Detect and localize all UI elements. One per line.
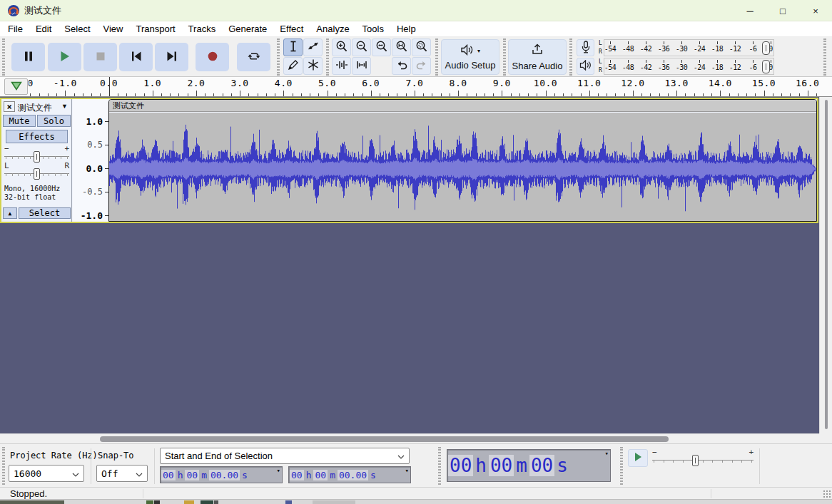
toolbar-grip[interactable] <box>503 38 506 76</box>
time-digits[interactable]: 00 <box>290 470 304 480</box>
time-unit[interactable]: h <box>176 470 185 480</box>
effects-button[interactable]: Effects <box>6 130 68 143</box>
selection-start-field[interactable]: 00h00m00.00s▾ <box>160 466 283 483</box>
menu-item-generate[interactable]: Generate <box>222 22 273 36</box>
track-collapse-button[interactable]: ▲ <box>3 207 17 219</box>
silence-selection-button[interactable] <box>352 57 371 75</box>
time-digits[interactable]: 00 <box>489 455 514 476</box>
playback-speed-slider[interactable]: −+ <box>652 450 754 467</box>
gain-slider[interactable]: −+ <box>4 146 69 162</box>
record-meter[interactable]: LR-54-48-42-36-30-24-18-12-60 <box>571 38 828 57</box>
toolbar-grip[interactable] <box>2 447 5 485</box>
time-digits[interactable]: 00 <box>185 470 199 480</box>
record-button[interactable] <box>196 43 229 71</box>
time-digits[interactable]: 00 <box>313 470 328 480</box>
menu-item-transport[interactable]: Transport <box>129 22 181 36</box>
toolbar-grip[interactable] <box>435 38 438 76</box>
time-unit[interactable]: s <box>369 470 377 480</box>
audio-clip[interactable]: 测试文件 <box>108 99 817 222</box>
envelope-tool-button[interactable] <box>303 38 323 56</box>
meter-scale[interactable]: -54-48-42-36-30-24-18-12-60 <box>604 58 774 75</box>
time-field-menu-arrow[interactable]: ▾ <box>605 450 610 457</box>
time-digits[interactable]: 00 <box>529 455 554 476</box>
horizontal-scrollbar[interactable] <box>0 433 819 443</box>
zoom-in-button[interactable] <box>332 38 351 56</box>
horizontal-scrollbar-thumb[interactable] <box>100 436 669 442</box>
time-unit[interactable]: h <box>474 455 488 476</box>
draw-tool-button[interactable] <box>283 57 303 75</box>
solo-button[interactable]: Solo <box>37 115 71 127</box>
menu-item-analyze[interactable]: Analyze <box>310 22 355 36</box>
play-button[interactable] <box>48 43 81 71</box>
timeline-ruler[interactable]: -2.0-1.00.01.02.03.04.05.06.07.08.09.010… <box>29 77 819 96</box>
time-digits[interactable]: 00.00 <box>338 470 368 480</box>
toolbar-grip[interactable] <box>438 447 441 485</box>
meter-handle[interactable] <box>762 60 770 73</box>
playback-meter-button[interactable] <box>577 58 594 75</box>
track-close-button[interactable]: × <box>4 101 15 112</box>
menu-item-view[interactable]: View <box>97 22 130 36</box>
minimize-button[interactable]: ─ <box>734 0 766 21</box>
vertical-scrollbar-thumb[interactable] <box>825 100 828 429</box>
stop-button[interactable] <box>83 43 117 71</box>
trim-outside-selection-button[interactable] <box>332 57 351 75</box>
meter-handle[interactable] <box>762 41 770 55</box>
zoom-toggle-button[interactable] <box>412 38 431 56</box>
undo-button[interactable] <box>392 57 411 75</box>
menu-item-tools[interactable]: Tools <box>356 22 390 36</box>
menu-item-help[interactable]: Help <box>390 22 422 36</box>
time-unit[interactable]: m <box>200 470 208 480</box>
zoom-out-button[interactable] <box>352 38 371 56</box>
menu-item-tracks[interactable]: Tracks <box>182 22 223 36</box>
time-digits[interactable]: 00 <box>161 470 176 480</box>
slider-thumb[interactable] <box>34 151 40 163</box>
playback-meter[interactable]: LR-54-48-42-36-30-24-18-12-60 <box>571 57 828 76</box>
vertical-scrollbar[interactable] <box>819 97 832 433</box>
redo-button[interactable] <box>412 57 431 75</box>
timeline-pin-button[interactable] <box>4 78 28 95</box>
menu-item-edit[interactable]: Edit <box>29 22 58 36</box>
skip-to-end-button[interactable] <box>155 43 188 71</box>
waveform-display[interactable] <box>109 113 816 221</box>
maximize-button[interactable]: □ <box>766 0 799 21</box>
time-field-menu-arrow[interactable]: ▾ <box>405 467 410 474</box>
slider-thumb[interactable] <box>34 168 40 180</box>
selection-end-field[interactable]: 00h00m00.00s▾ <box>288 466 411 483</box>
audio-position-display[interactable]: 00h00m00s▾ <box>447 449 611 482</box>
skip-to-start-button[interactable] <box>119 43 153 71</box>
toolbar-grip[interactable] <box>326 38 329 76</box>
toolbar-grip[interactable] <box>823 38 826 76</box>
time-unit[interactable]: m <box>514 455 529 476</box>
fit-selection-button[interactable] <box>372 38 391 56</box>
selection-tool-button[interactable] <box>283 38 303 56</box>
record-meter-button[interactable] <box>577 39 594 56</box>
snap-to-select[interactable]: Off <box>96 465 148 482</box>
time-unit[interactable]: h <box>305 470 313 480</box>
pan-slider[interactable]: LR <box>4 163 69 179</box>
play-at-speed-button[interactable] <box>628 449 648 467</box>
multi-tool-button[interactable] <box>303 57 323 75</box>
time-unit[interactable]: s <box>555 455 569 476</box>
close-button[interactable]: × <box>799 0 832 21</box>
project-rate-select[interactable]: 16000 <box>9 465 84 482</box>
time-unit[interactable]: m <box>328 470 337 480</box>
pause-button[interactable] <box>11 43 45 71</box>
loop-button[interactable] <box>237 43 270 71</box>
track-menu-button[interactable]: ▼ <box>61 103 68 110</box>
menu-item-select[interactable]: Select <box>58 22 96 36</box>
toolbar-grip[interactable] <box>2 38 5 76</box>
meter-scale[interactable]: -54-48-42-36-30-24-18-12-60 <box>604 39 774 56</box>
time-unit[interactable]: s <box>240 470 249 480</box>
selection-mode-select[interactable]: Start and End of Selection <box>160 448 410 464</box>
slider-thumb[interactable] <box>692 455 699 466</box>
menu-item-file[interactable]: File <box>1 22 29 36</box>
vertical-ruler[interactable]: 1.00.50.0-0.5-1.0 <box>73 99 108 222</box>
time-digits[interactable]: 00.00 <box>209 470 240 480</box>
audio-setup-button[interactable]: ▾ Audio Setup <box>441 39 499 75</box>
mute-button[interactable]: Mute <box>3 115 36 127</box>
track-name[interactable]: 测试文件 <box>18 102 52 114</box>
menu-item-effect[interactable]: Effect <box>273 22 310 36</box>
share-audio-button[interactable]: Share Audio <box>508 39 567 75</box>
clip-header[interactable]: 测试文件 <box>109 100 816 112</box>
fit-project-button[interactable] <box>392 38 411 56</box>
